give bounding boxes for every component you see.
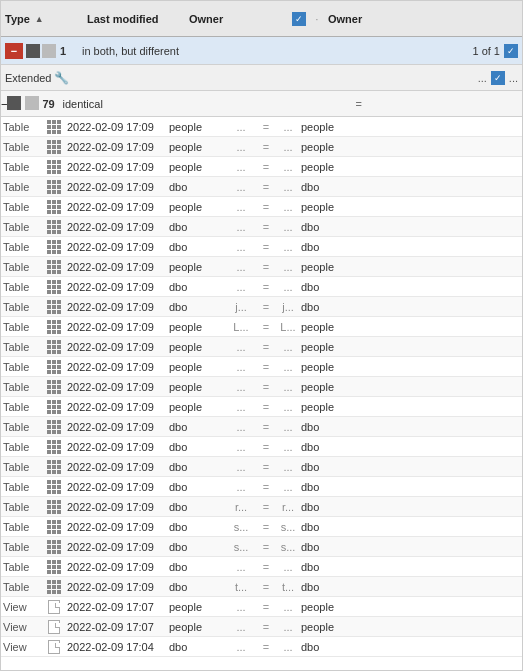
lastmod-header[interactable]: Last modified	[83, 1, 185, 36]
table-row[interactable]: Table 2022-02-09 17:09 people ... = ... …	[1, 357, 522, 377]
cell-eq: =	[255, 581, 277, 593]
checkbox-blue-extended[interactable]: ✓	[491, 71, 505, 85]
cell-owner2: people	[299, 621, 359, 633]
cell-eq: =	[255, 481, 277, 493]
cell-icon	[43, 480, 65, 494]
table-row[interactable]: Table 2022-02-09 17:09 people ... = ... …	[1, 197, 522, 217]
cell-dots1: ...	[227, 621, 255, 633]
cell-icon	[43, 400, 65, 414]
table-row[interactable]: Table 2022-02-09 17:09 people ... = ... …	[1, 397, 522, 417]
table-row[interactable]: Table 2022-02-09 17:09 people ... = ... …	[1, 337, 522, 357]
table-row[interactable]: Table 2022-02-09 17:09 dbo ... = ... dbo	[1, 177, 522, 197]
grid-icon	[47, 560, 61, 574]
table-row[interactable]: Table 2022-02-09 17:09 people ... = ... …	[1, 157, 522, 177]
grid-icon	[47, 160, 61, 174]
cell-lastmod: 2022-02-09 17:09	[65, 281, 167, 293]
table-row[interactable]: Table 2022-02-09 17:09 dbo j... = j... d…	[1, 297, 522, 317]
cell-owner1: dbo	[167, 481, 227, 493]
cell-type: Table	[1, 201, 43, 213]
cell-owner2: people	[299, 161, 359, 173]
extended-label: Extended	[5, 72, 51, 84]
table-row[interactable]: Table 2022-02-09 17:09 dbo s... = s... d…	[1, 537, 522, 557]
table-row[interactable]: Table 2022-02-09 17:09 dbo ... = ... dbo	[1, 217, 522, 237]
cell-icon	[43, 300, 65, 314]
grid-icon	[47, 340, 61, 354]
cell-lastmod: 2022-02-09 17:09	[65, 181, 167, 193]
owner1-header[interactable]: Owner	[185, 1, 260, 36]
cell-dots2: ...	[277, 201, 299, 213]
cell-lastmod: 2022-02-09 17:04	[65, 641, 167, 653]
type-header[interactable]: Type ▲	[1, 1, 83, 36]
cell-dots1: ...	[227, 381, 255, 393]
cell-owner1: people	[167, 361, 227, 373]
cell-owner1: dbo	[167, 441, 227, 453]
square-icons	[26, 44, 56, 58]
table-row[interactable]: Table 2022-02-09 17:09 dbo ... = ... dbo	[1, 557, 522, 577]
cell-type: Table	[1, 321, 43, 333]
cell-dots2: ...	[277, 461, 299, 473]
table-row[interactable]: Table 2022-02-09 17:09 people L... = L..…	[1, 317, 522, 337]
cell-owner2: people	[299, 261, 359, 273]
cell-icon	[43, 380, 65, 394]
table-row[interactable]: View 2022-02-09 17:04 dbo ... = ... dbo	[1, 637, 522, 657]
cell-eq: =	[255, 361, 277, 373]
cell-lastmod: 2022-02-09 17:07	[65, 601, 167, 613]
cell-eq: =	[255, 201, 277, 213]
cell-dots2: ...	[277, 641, 299, 653]
table-row[interactable]: Table 2022-02-09 17:09 dbo ... = ... dbo	[1, 457, 522, 477]
cell-dots2: ...	[277, 261, 299, 273]
cell-lastmod: 2022-02-09 17:09	[65, 201, 167, 213]
table-row[interactable]: Table 2022-02-09 17:09 dbo t... = t... d…	[1, 577, 522, 597]
grid-icon	[47, 400, 61, 414]
checkbox-blue-inboth[interactable]: ✓	[504, 44, 518, 58]
table-row[interactable]: Table 2022-02-09 17:09 dbo ... = ... dbo	[1, 417, 522, 437]
table-row[interactable]: Table 2022-02-09 17:09 people ... = ... …	[1, 137, 522, 157]
table-row[interactable]: View 2022-02-09 17:07 people ... = ... p…	[1, 617, 522, 637]
cell-owner1: people	[167, 201, 227, 213]
cell-type: Table	[1, 181, 43, 193]
table-row[interactable]: Table 2022-02-09 17:09 people ... = ... …	[1, 117, 522, 137]
cell-lastmod: 2022-02-09 17:09	[65, 321, 167, 333]
table-row[interactable]: Table 2022-02-09 17:09 dbo ... = ... dbo	[1, 237, 522, 257]
extended-dots1: ...	[478, 72, 487, 84]
grid-icon	[47, 440, 61, 454]
minus-button[interactable]: −	[5, 43, 23, 59]
cell-icon	[43, 340, 65, 354]
table-row[interactable]: Table 2022-02-09 17:09 people ... = ... …	[1, 377, 522, 397]
table-row[interactable]: Table 2022-02-09 17:09 dbo ... = ... dbo	[1, 437, 522, 457]
cell-icon	[43, 600, 65, 614]
table-row[interactable]: View 2022-02-09 17:07 people ... = ... p…	[1, 597, 522, 617]
table-row[interactable]: Table 2022-02-09 17:09 dbo ... = ... dbo	[1, 277, 522, 297]
table-row[interactable]: Table 2022-02-09 17:09 dbo ... = ... dbo	[1, 477, 522, 497]
table-row[interactable]: Table 2022-02-09 17:09 dbo s... = s... d…	[1, 517, 522, 537]
cell-owner2: people	[299, 141, 359, 153]
cell-icon	[43, 200, 65, 214]
cell-owner2: people	[299, 201, 359, 213]
cell-type: Table	[1, 281, 43, 293]
cell-owner1: people	[167, 601, 227, 613]
cell-lastmod: 2022-02-09 17:09	[65, 461, 167, 473]
table-row[interactable]: Table 2022-02-09 17:09 people ... = ... …	[1, 257, 522, 277]
cell-dots2: j...	[277, 301, 299, 313]
checkbox-blue-header[interactable]: ✓	[292, 12, 306, 26]
cell-dots2: ...	[277, 401, 299, 413]
cell-lastmod: 2022-02-09 17:09	[65, 341, 167, 353]
table-row[interactable]: Table 2022-02-09 17:09 dbo r... = r... d…	[1, 497, 522, 517]
wrench-icon[interactable]: 🔧	[54, 71, 69, 85]
cell-owner2: dbo	[299, 221, 359, 233]
cell-lastmod: 2022-02-09 17:09	[65, 301, 167, 313]
cell-lastmod: 2022-02-09 17:09	[65, 421, 167, 433]
cell-type: Table	[1, 561, 43, 573]
cell-type: Table	[1, 501, 43, 513]
cell-dots1: ...	[227, 241, 255, 253]
cell-eq: =	[255, 561, 277, 573]
owner2-header[interactable]: Owner	[324, 1, 394, 36]
extended-dots2: ...	[509, 72, 518, 84]
check1-header[interactable]: ✓	[288, 12, 310, 26]
cell-owner1: people	[167, 381, 227, 393]
cell-dots2: ...	[277, 481, 299, 493]
cell-eq: =	[255, 521, 277, 533]
cell-dots1: t...	[227, 581, 255, 593]
cell-owner1: people	[167, 321, 227, 333]
cell-icon	[43, 160, 65, 174]
